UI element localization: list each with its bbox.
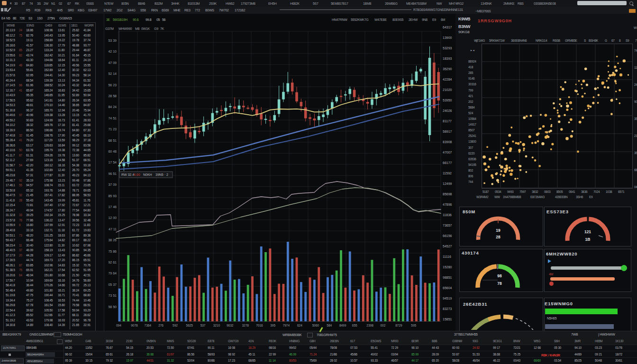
svg-text:12499: 12499 bbox=[443, 182, 452, 185]
svg-text:58 50: 58 50 bbox=[108, 305, 117, 309]
svg-text:83273: 83273 bbox=[443, 307, 452, 310]
svg-text:75 86: 75 86 bbox=[108, 250, 117, 253]
svg-text:9632: 9632 bbox=[227, 324, 234, 327]
svg-text:584: 584 bbox=[327, 324, 332, 327]
svg-text:85698: 85698 bbox=[443, 192, 452, 196]
svg-text:42 10: 42 10 bbox=[108, 50, 117, 53]
svg-text:595: 595 bbox=[411, 324, 416, 327]
svg-text:17 46: 17 46 bbox=[108, 205, 117, 209]
svg-text:9078: 9078 bbox=[131, 324, 138, 327]
svg-text:094: 094 bbox=[116, 324, 121, 327]
svg-text:276: 276 bbox=[158, 324, 164, 327]
svg-text:05 37: 05 37 bbox=[108, 283, 117, 286]
svg-text:84 24: 84 24 bbox=[108, 105, 117, 109]
svg-text:79 64: 79 64 bbox=[108, 272, 117, 275]
svg-text:002: 002 bbox=[381, 324, 386, 327]
svg-text:39N5 · 2: 39N5 · 2 bbox=[155, 173, 168, 176]
svg-text:13900: 13900 bbox=[443, 36, 452, 39]
svg-text:65604: 65604 bbox=[443, 286, 452, 290]
svg-text:28 58: 28 58 bbox=[108, 94, 117, 98]
svg-text:53 39: 53 39 bbox=[108, 39, 117, 42]
svg-text:37 09: 37 09 bbox=[108, 183, 117, 186]
svg-text:73 51: 73 51 bbox=[108, 294, 117, 297]
svg-text:47 09: 47 09 bbox=[108, 61, 117, 64]
svg-text:47896: 47896 bbox=[443, 203, 452, 206]
svg-text:3210: 3210 bbox=[213, 324, 220, 327]
svg-text:624: 624 bbox=[297, 324, 302, 327]
svg-text:92 61: 92 61 bbox=[108, 261, 117, 264]
svg-text:15851: 15851 bbox=[443, 318, 452, 321]
svg-text:66156: 66156 bbox=[443, 234, 452, 237]
svg-text:98851: 98851 bbox=[443, 276, 452, 279]
svg-text:53293: 53293 bbox=[443, 46, 452, 50]
svg-text:28: 28 bbox=[496, 235, 500, 239]
svg-text:11836: 11836 bbox=[443, 213, 452, 217]
svg-text:94519: 94519 bbox=[443, 297, 452, 300]
svg-text:8499: 8499 bbox=[339, 324, 346, 327]
svg-text:N0KH: N0KH bbox=[143, 173, 152, 176]
svg-text:24026: 24026 bbox=[443, 109, 452, 112]
svg-text:1B: 1B bbox=[585, 237, 591, 242]
svg-text:4.60: 4.60 bbox=[134, 173, 140, 176]
svg-text:71 23: 71 23 bbox=[108, 127, 117, 131]
svg-text:2398: 2398 bbox=[366, 324, 373, 327]
svg-text:18393: 18393 bbox=[443, 57, 452, 60]
svg-text:74 51: 74 51 bbox=[108, 117, 117, 120]
svg-text:78: 78 bbox=[497, 281, 502, 286]
svg-text:54527: 54527 bbox=[443, 245, 452, 248]
svg-text:58917: 58917 bbox=[443, 130, 452, 133]
svg-text:98: 98 bbox=[497, 273, 502, 278]
svg-text:60 48: 60 48 bbox=[108, 150, 117, 153]
svg-text:11592: 11592 bbox=[443, 172, 452, 175]
svg-text:38 26: 38 26 bbox=[108, 238, 117, 242]
svg-text:52 14: 52 14 bbox=[108, 72, 117, 75]
svg-text:66177: 66177 bbox=[443, 161, 452, 164]
svg-text:35290: 35290 bbox=[443, 67, 452, 71]
svg-text:11116: 11116 bbox=[443, 255, 451, 258]
svg-text:17 54: 17 54 bbox=[108, 161, 117, 164]
svg-text:47 11: 47 11 bbox=[109, 228, 117, 231]
svg-text:56 23: 56 23 bbox=[108, 83, 117, 87]
svg-text:81177: 81177 bbox=[443, 119, 452, 123]
svg-text:15280: 15280 bbox=[443, 265, 452, 269]
svg-text:68 51: 68 51 bbox=[108, 139, 117, 142]
svg-text:47007: 47007 bbox=[443, 151, 452, 154]
svg-text:537: 537 bbox=[200, 324, 206, 327]
svg-text:395: 395 bbox=[270, 324, 275, 327]
svg-text:7364: 7364 bbox=[145, 324, 152, 327]
svg-text:85 93: 85 93 bbox=[108, 194, 117, 198]
svg-text:121: 121 bbox=[584, 229, 591, 234]
svg-text:3278: 3278 bbox=[242, 324, 249, 327]
svg-text:42284: 42284 bbox=[443, 78, 452, 81]
svg-text:96 51: 96 51 bbox=[108, 172, 117, 175]
svg-text:64317: 64317 bbox=[443, 26, 452, 29]
svg-text:RW 32.4: RW 32.4 bbox=[121, 173, 134, 176]
svg-text:73657: 73657 bbox=[443, 224, 452, 227]
svg-text:5625: 5625 bbox=[186, 324, 193, 327]
svg-text:655: 655 bbox=[352, 324, 357, 327]
svg-text:7016: 7016 bbox=[256, 324, 263, 327]
svg-text:7974: 7974 bbox=[283, 324, 290, 327]
svg-text:8729: 8729 bbox=[395, 324, 402, 327]
svg-text:21020: 21020 bbox=[443, 88, 452, 91]
svg-text:592: 592 bbox=[173, 324, 178, 327]
svg-text:5060: 5060 bbox=[312, 324, 319, 327]
svg-text:53950: 53950 bbox=[443, 99, 452, 102]
svg-text:19: 19 bbox=[496, 228, 500, 233]
svg-text:83908: 83908 bbox=[443, 140, 452, 144]
svg-text:12 00: 12 00 bbox=[108, 216, 117, 219]
